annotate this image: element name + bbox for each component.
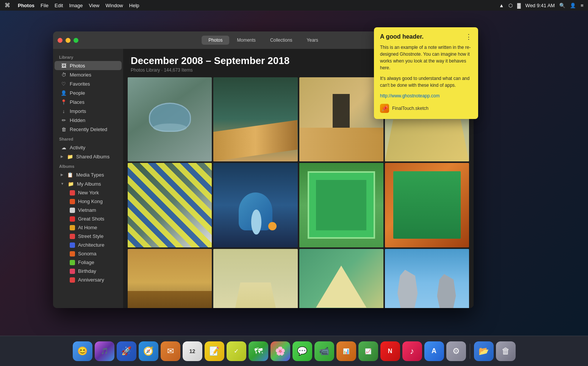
sidebar-item-memories[interactable]: ⏱ Memories (55, 70, 122, 79)
sidebar-item-hong-kong[interactable]: Hong Kong (55, 197, 122, 206)
vietnam-album-color (70, 208, 75, 213)
dock-app-safari[interactable]: 🧭 (139, 341, 158, 361)
sidebar-item-media-types[interactable]: ▶ 📋 Media Types (55, 170, 122, 179)
apple-logo-icon[interactable]: ⌘ (5, 2, 10, 9)
photo-cell-6[interactable] (213, 163, 297, 247)
messages-icon: 💬 (297, 346, 307, 356)
sidebar-label-media-types: Media Types (76, 172, 104, 178)
dock-app-facetime[interactable]: 📹 (314, 341, 334, 361)
sidebar-item-activity[interactable]: ☁ Activity (55, 143, 122, 152)
dock-app-photos[interactable]: 🌸 (271, 341, 290, 361)
appstore-icon: A (432, 347, 436, 355)
menu-item-window[interactable]: Window (106, 3, 123, 8)
ghostnote-header: A good header. ⋮ (380, 33, 472, 40)
dock-app-news[interactable]: N (380, 341, 400, 361)
tab-moments[interactable]: Moments (230, 36, 263, 45)
sidebar-item-vietnam[interactable]: Vietnam (55, 206, 122, 214)
sidebar-item-favorites[interactable]: ♡ Favorites (55, 79, 122, 88)
sidebar-item-shared-albums[interactable]: ▶ 📁 Shared Albums (55, 152, 122, 161)
year-start: 2008 (181, 55, 203, 66)
numbers-icon: 📈 (365, 348, 371, 354)
control-center-icon[interactable]: ≡ (580, 3, 583, 8)
photo-cell-8[interactable] (385, 163, 469, 247)
user-icon[interactable]: 👤 (570, 3, 576, 8)
dock-app-calendar[interactable]: 12 (183, 341, 202, 361)
dock-app-siri[interactable]: 🎵 (95, 341, 114, 361)
sidebar-item-architecture[interactable]: Architecture (55, 241, 122, 249)
dock-app-notes[interactable]: 📝 (205, 341, 224, 361)
close-button[interactable] (58, 38, 63, 43)
sidebar-item-places[interactable]: 📍 Places (55, 97, 122, 106)
dock-app-trash[interactable]: 🗑 (496, 341, 516, 361)
tab-years[interactable]: Years (300, 36, 325, 45)
sidebar-item-imports[interactable]: ↓ Imports (55, 106, 122, 116)
stocks-icon: 📊 (343, 348, 349, 354)
birthday-album-color (70, 269, 75, 274)
sidebar: Library 🖼 Photos ⏱ Memories ♡ Favorites … (53, 49, 123, 308)
menu-item-view[interactable]: View (89, 3, 100, 8)
sidebar-item-foliage[interactable]: Foliage (55, 258, 122, 267)
window-controls (58, 38, 78, 43)
tab-photos[interactable]: Photos (202, 36, 229, 45)
search-icon[interactable]: 🔍 (559, 3, 565, 8)
at-home-album-color (70, 225, 75, 230)
dock-app-launchpad[interactable]: 🚀 (117, 341, 136, 361)
sonoma-album-color (70, 251, 75, 257)
photo-cell-10[interactable] (213, 249, 297, 308)
dock-app-reminders[interactable]: ✓ (227, 341, 246, 361)
photo-cell-1[interactable] (128, 77, 212, 161)
sidebar-item-sonoma[interactable]: Sonoma (55, 249, 122, 258)
activity-icon: ☁ (61, 144, 67, 150)
sidebar-item-people[interactable]: 👤 People (55, 88, 122, 97)
siri-icon: 🎵 (101, 347, 108, 355)
wifi-icon: ▲ (499, 3, 504, 8)
photo-cell-11[interactable] (299, 249, 383, 308)
minimize-button[interactable] (66, 38, 70, 43)
ghostnote-link[interactable]: http://www.ghostnoteapp.com (380, 93, 439, 99)
date-separator: – (203, 55, 214, 66)
maximize-button[interactable] (74, 38, 78, 43)
sidebar-item-new-york[interactable]: New York (55, 188, 122, 197)
ghostnote-menu-button[interactable]: ⋮ (465, 33, 472, 40)
menu-item-file[interactable]: File (41, 3, 48, 8)
dock-app-mail2[interactable]: ✉ (161, 341, 180, 361)
sidebar-item-my-albums[interactable]: ▼ 📁 My Albums (55, 179, 122, 188)
photo-cell-5[interactable] (128, 163, 212, 247)
dock-app-music[interactable]: ♪ (402, 341, 422, 361)
sidebar-item-street-style[interactable]: Street Style (55, 232, 122, 241)
photo-cell-9[interactable] (128, 249, 212, 308)
sidebar-item-at-home[interactable]: At Home (55, 223, 122, 232)
sidebar-item-birthday[interactable]: Birthday (55, 267, 122, 275)
photo-cell-12[interactable] (385, 249, 469, 308)
battery-icon: ▓ (517, 3, 521, 8)
dock-app-finder[interactable]: 😊 (73, 341, 92, 361)
dock-app-files[interactable]: 📂 (474, 341, 494, 361)
files-icon: 📂 (479, 346, 489, 356)
sidebar-item-photos[interactable]: 🖼 Photos (55, 61, 122, 70)
dock-app-stocks[interactable]: 📊 (336, 341, 356, 361)
sidebar-item-recently-deleted[interactable]: 🗑 Recently Deleted (55, 125, 122, 134)
menu-item-edit[interactable]: Edit (55, 3, 63, 8)
facetime-icon: 📹 (319, 346, 329, 356)
sidebar-item-great-shots[interactable]: Great Shots (55, 214, 122, 223)
dock-app-appstore[interactable]: A (424, 341, 444, 361)
dock-app-prefs[interactable]: ⚙ (446, 341, 466, 361)
reminders-icon: ✓ (234, 347, 239, 355)
sidebar-item-hidden[interactable]: ✏ Hidden (55, 116, 122, 125)
sidebar-label-anniversary: Anniversary (78, 277, 104, 283)
dock-app-maps[interactable]: 🗺 (249, 341, 268, 361)
tab-collections[interactable]: Collections (263, 36, 299, 45)
menu-item-help[interactable]: Help (129, 3, 139, 8)
sidebar-label-new-york: New York (78, 190, 99, 196)
mail2-icon: ✉ (167, 346, 174, 356)
photo-cell-2[interactable] (213, 77, 297, 161)
photo-cell-3[interactable] (299, 77, 383, 161)
menu-item-image[interactable]: Image (69, 3, 83, 8)
sidebar-item-anniversary[interactable]: Anniversary (55, 275, 122, 284)
menu-item-photos[interactable]: Photos (18, 3, 34, 8)
dock-app-numbers[interactable]: 📈 (358, 341, 378, 361)
desktop: Photos Moments Collections Years ⊟ ⊞ Lib… (0, 11, 588, 336)
photo-cell-7[interactable] (299, 163, 383, 247)
prefs-icon: ⚙ (452, 346, 460, 356)
dock-app-messages[interactable]: 💬 (292, 341, 312, 361)
